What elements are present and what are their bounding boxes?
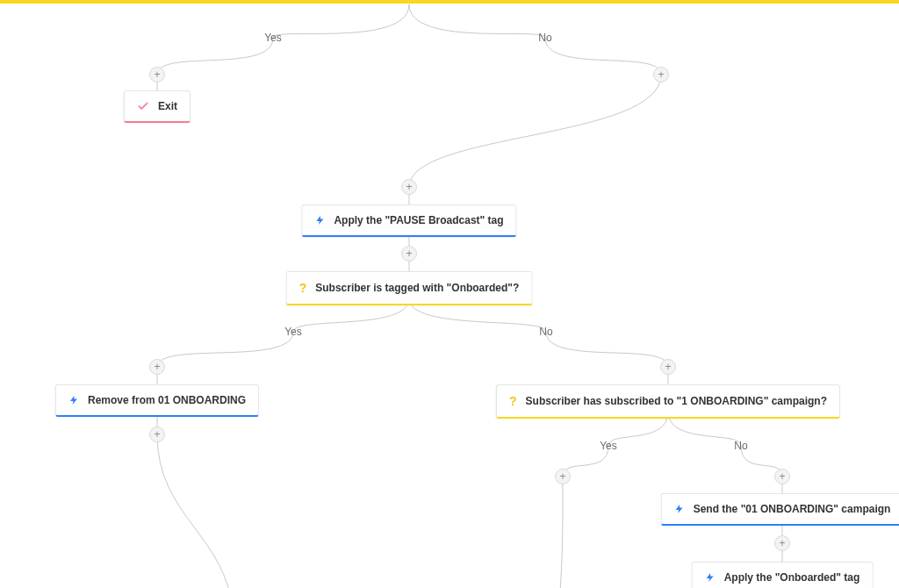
node-label: Subscriber is tagged with "Onboarded"? [315,282,519,294]
add-step-button[interactable]: + [149,359,165,375]
node-label: Apply the "PAUSE Broadcast" tag [334,214,503,226]
question-icon: ? [509,394,517,408]
condition-onboarded[interactable]: ? Subscriber is tagged with "Onboarded"? [286,271,533,305]
add-step-button[interactable]: + [401,246,417,262]
branch-label-yes: Yes [281,326,306,338]
branch-label-no: No [536,326,556,338]
truncated-top-condition [0,0,899,4]
condition-subscribed-campaign[interactable]: ? Subscriber has subscribed to "1 ONBOAR… [496,384,840,419]
branch-label-no: No [730,440,751,452]
node-label: Send the "01 ONBOARDING" campaign [694,503,891,515]
bolt-icon [705,571,716,584]
exit-node[interactable]: Exit [124,90,191,123]
add-step-button[interactable]: + [401,179,417,195]
node-label: Remove from 01 ONBOARDING [88,394,246,406]
add-step-button[interactable]: + [149,427,165,442]
bolt-icon [314,214,325,226]
action-apply-pause-tag[interactable]: Apply the "PAUSE Broadcast" tag [301,204,516,237]
node-label: Apply the "Onboarded" tag [724,571,860,584]
action-apply-onboarded-tag[interactable]: Apply the "Onboarded" tag [692,562,874,588]
branch-label-yes: Yes [596,440,621,452]
check-icon [137,100,149,112]
add-step-button[interactable]: + [653,67,669,82]
branch-label-no: No [535,32,555,44]
question-icon: ? [299,281,307,295]
add-step-button[interactable]: + [555,469,571,484]
action-remove-onboarding[interactable]: Remove from 01 ONBOARDING [55,384,259,417]
node-label: Exit [158,100,177,112]
action-send-campaign[interactable]: Send the "01 ONBOARDING" campaign [661,493,899,526]
branch-label-yes: Yes [261,32,285,44]
add-step-button[interactable]: + [660,359,676,375]
node-label: Subscriber has subscribed to "1 ONBOARDI… [526,395,827,407]
add-step-button[interactable]: + [149,67,165,82]
add-step-button[interactable]: + [774,469,790,484]
bolt-icon [68,394,79,406]
bolt-icon [674,503,685,515]
add-step-button[interactable]: + [774,535,790,551]
